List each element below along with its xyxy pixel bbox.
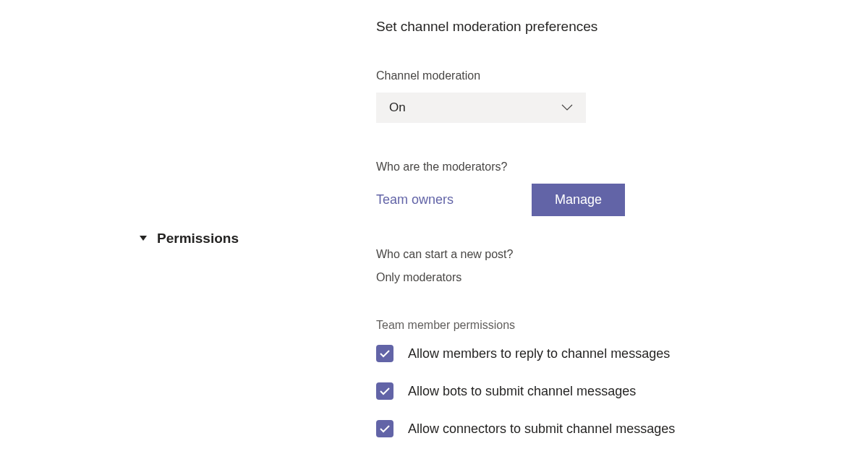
- checkbox-bots[interactable]: [376, 382, 393, 400]
- permissions-section-header[interactable]: Permissions: [140, 19, 239, 454]
- checkbox-label-bots: Allow bots to submit channel messages: [408, 384, 636, 399]
- post-label: Who can start a new post?: [376, 248, 868, 261]
- moderation-value: On: [389, 100, 406, 115]
- moderation-label: Channel moderation: [376, 69, 868, 82]
- caret-down-icon: [140, 236, 147, 241]
- checkbox-reply[interactable]: [376, 345, 393, 362]
- post-value: Only moderators: [376, 271, 868, 284]
- permission-row-bots: Allow bots to submit channel messages: [376, 382, 868, 400]
- section-title: Permissions: [157, 231, 239, 247]
- moderators-link[interactable]: Team owners: [376, 192, 454, 207]
- chevron-down-icon: [561, 104, 573, 111]
- manage-button[interactable]: Manage: [532, 184, 625, 216]
- checkbox-label-connectors: Allow connectors to submit channel messa…: [408, 421, 675, 437]
- permission-row-reply: Allow members to reply to channel messag…: [376, 345, 868, 362]
- moderation-dropdown[interactable]: On: [376, 93, 586, 123]
- checkbox-connectors[interactable]: [376, 420, 393, 437]
- section-heading: Set channel moderation preferences: [376, 19, 868, 35]
- permission-row-connectors: Allow connectors to submit channel messa…: [376, 420, 868, 437]
- moderators-label: Who are the moderators?: [376, 160, 868, 174]
- checkbox-label-reply: Allow members to reply to channel messag…: [408, 346, 670, 361]
- member-permissions-label: Team member permissions: [376, 319, 868, 332]
